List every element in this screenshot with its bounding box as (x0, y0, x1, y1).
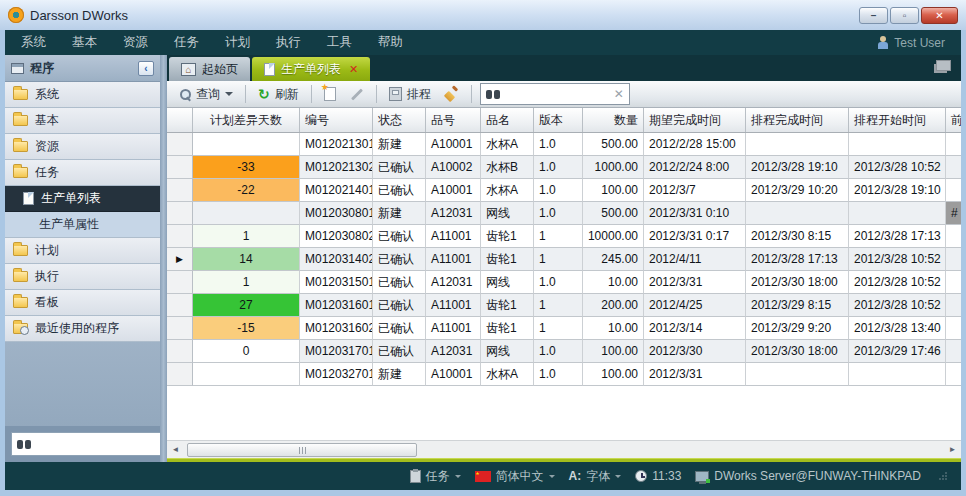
menu-item-系统[interactable]: 系统 (21, 34, 46, 51)
cell-期望完成时间: 2012/3/31 (644, 271, 746, 294)
column-header-版本[interactable]: 版本 (534, 108, 583, 132)
close-button[interactable]: ✕ (921, 7, 958, 24)
sidebar-splitter[interactable] (160, 55, 167, 462)
sidebar-item[interactable]: 系统 (5, 82, 160, 108)
cell-版本: 1 (534, 294, 583, 317)
sidebar-header: 程序 ‹ (5, 55, 160, 82)
column-header-状态[interactable]: 状态 (373, 108, 426, 132)
refresh-button[interactable]: ↻ 刷新 (254, 84, 303, 105)
column-header-品名[interactable]: 品名 (481, 108, 534, 132)
column-header-数量[interactable]: 数量 (583, 108, 644, 132)
diff-days-cell: 1 (193, 271, 300, 294)
menu-item-基本[interactable]: 基本 (72, 34, 97, 51)
tab-起始页[interactable]: ⌂起始页 (169, 57, 250, 81)
column-header-排程开始时间[interactable]: 排程开始时间 (849, 108, 946, 132)
scroll-left-icon[interactable]: ◄ (167, 442, 184, 458)
table-row[interactable]: -22M012021401已确认A10001水杯A1.0100.002012/3… (167, 179, 961, 202)
diff-days-cell: 1 (193, 225, 300, 248)
menu-item-帮助[interactable]: 帮助 (378, 34, 403, 51)
folder-icon (13, 167, 28, 178)
toolbar-search-input[interactable] (505, 87, 609, 101)
cell-期望完成时间: 2012/3/14 (644, 317, 746, 340)
toolbar-search-clear-icon[interactable]: ✕ (614, 87, 624, 101)
user-box[interactable]: Test User (877, 36, 945, 50)
cell-partial (946, 156, 961, 179)
column-header-排程完成时间[interactable]: 排程完成时间 (746, 108, 849, 132)
column-header-前[interactable]: 前 (946, 108, 961, 132)
column-header-编号[interactable]: 编号 (300, 108, 373, 132)
horizontal-scrollbar[interactable]: ◄ ► (167, 440, 961, 458)
row-selector-cell (167, 317, 193, 340)
row-selector-cell (167, 363, 193, 386)
task-menu[interactable]: 任务 (410, 468, 461, 485)
cell-品名: 齿轮1 (481, 317, 534, 340)
table-row[interactable]: -33M012021302已确认A10002水杯B1.01000.002012/… (167, 156, 961, 179)
font-menu[interactable]: A: 字体 (569, 468, 622, 485)
sidebar-item[interactable]: 执行 (5, 264, 160, 290)
sidebar-item[interactable]: 计划 (5, 238, 160, 264)
tab-生产单列表[interactable]: 生产单列表✕ (252, 57, 370, 81)
resize-grip[interactable] (939, 472, 947, 480)
sidebar-item[interactable]: 看板 (5, 290, 160, 316)
navigation-sidebar: 程序 ‹ 系统基本资源任务生产单列表生产单属性计划执行看板最近使用的程序 ✕ (5, 55, 160, 462)
table-row[interactable]: M012032701新建A10001水杯A1.0100.002012/3/31 (167, 363, 961, 386)
sidebar-item[interactable]: 生产单属性 (5, 212, 160, 238)
cell-品名: 齿轮1 (481, 294, 534, 317)
table-row[interactable]: ▶14M012031402已确认A11001齿轮11245.002012/4/1… (167, 248, 961, 271)
query-button[interactable]: 查询 (175, 84, 237, 105)
table-row[interactable]: 27M012031601已确认A11001齿轮11200.002012/4/25… (167, 294, 961, 317)
diff-days-cell: -15 (193, 317, 300, 340)
cell-编号: M012031501 (300, 271, 373, 294)
sidebar-item[interactable]: 基本 (5, 108, 160, 134)
tab-label: 起始页 (202, 61, 238, 78)
window-list-icon[interactable] (936, 60, 951, 71)
sidebar-item[interactable]: 生产单列表 (5, 186, 160, 212)
cell-排程开始时间: 2012/3/28 13:40 (849, 317, 946, 340)
scrollbar-thumb[interactable] (187, 443, 417, 457)
language-menu[interactable]: 简体中文 (475, 468, 555, 485)
sidebar-item[interactable]: 资源 (5, 134, 160, 160)
status-bar: 任务 简体中文 A: 字体 11:33 DWorks Server@FUNWAY… (5, 462, 961, 490)
folder-icon (13, 271, 28, 282)
scroll-right-icon[interactable]: ► (944, 442, 961, 458)
cell-品名: 齿轮1 (481, 225, 534, 248)
edit-button[interactable] (346, 91, 368, 98)
cell-排程完成时间: 2012/3/29 10:20 (746, 179, 849, 202)
table-row[interactable]: 0M012031701已确认A12031网线1.0100.002012/3/30… (167, 340, 961, 363)
cell-状态: 新建 (373, 363, 426, 386)
cell-版本: 1.0 (534, 271, 583, 294)
column-header-品号[interactable]: 品号 (426, 108, 481, 132)
menu-item-任务[interactable]: 任务 (174, 34, 199, 51)
sidebar-item[interactable]: 最近使用的程序 (5, 316, 160, 342)
schedule-button[interactable]: 排程 (385, 84, 435, 105)
column-header-期望完成时间[interactable]: 期望完成时间 (644, 108, 746, 132)
tab-close-icon[interactable]: ✕ (349, 63, 358, 76)
cell-编号: M012030801 (300, 202, 373, 225)
menu-item-资源[interactable]: 资源 (123, 34, 148, 51)
table-row[interactable]: 1M012030802已确认A11001齿轮1110000.002012/3/3… (167, 225, 961, 248)
menu-item-执行[interactable]: 执行 (276, 34, 301, 51)
table-row[interactable]: M012021301新建A10001水杯A1.0500.002012/2/28 … (167, 133, 961, 156)
sidebar-collapse-button[interactable]: ‹ (138, 61, 154, 76)
cell-期望完成时间: 2012/3/31 (644, 363, 746, 386)
cell-数量: 1000.00 (583, 156, 644, 179)
minimize-button[interactable]: – (859, 7, 888, 24)
search-icon (179, 88, 191, 100)
cell-期望完成时间: 2012/4/25 (644, 294, 746, 317)
menu-item-计划[interactable]: 计划 (225, 34, 250, 51)
clear-schedule-button[interactable] (441, 85, 463, 103)
table-row[interactable]: M012030801新建A12031网线1.0500.002012/3/31 0… (167, 202, 961, 225)
table-row[interactable]: 1M012031501已确认A12031网线1.010.002012/3/312… (167, 271, 961, 294)
sidebar-item[interactable]: 任务 (5, 160, 160, 186)
sidebar-item-label: 资源 (35, 138, 59, 155)
cell-期望完成时间: 2012/3/31 0:10 (644, 202, 746, 225)
document-icon (23, 192, 34, 205)
column-header-计划差异天数[interactable]: 计划差异天数 (193, 108, 300, 132)
cell-状态: 已确认 (373, 294, 426, 317)
maximize-button[interactable]: ▫ (890, 7, 919, 24)
cell-版本: 1.0 (534, 133, 583, 156)
new-button[interactable] (320, 85, 340, 103)
cell-品号: A12031 (426, 340, 481, 363)
menu-item-工具[interactable]: 工具 (327, 34, 352, 51)
table-row[interactable]: -15M012031602已确认A11001齿轮1110.002012/3/14… (167, 317, 961, 340)
